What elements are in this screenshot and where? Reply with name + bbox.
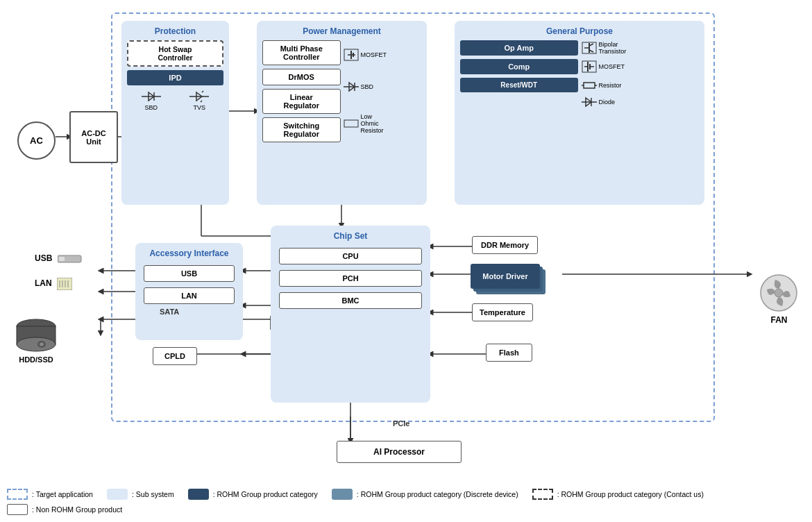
accessory-interface-subsystem: Accessory Interface USB LAN: [135, 243, 243, 340]
acdc-unit: AC-DCUnit: [69, 111, 118, 163]
sata-label: SATA: [160, 308, 179, 316]
sbd-tvs-row: SBD TVS: [127, 89, 223, 111]
pm-right: MOSFET SBD LowOhmicResistor: [344, 40, 422, 142]
hdd-label: HDD/SSD: [15, 355, 57, 364]
fan-area: FAN: [760, 274, 798, 325]
tvs-label: TVS: [193, 104, 205, 111]
lan-icon: [57, 278, 72, 290]
resistor-symbol: Resistor: [582, 79, 700, 92]
svg-rect-50: [584, 83, 595, 88]
hot-swap-controller: Hot SwapController: [127, 40, 223, 67]
cpld-box: CPLD: [153, 347, 197, 365]
lan-left-label: LAN: [35, 278, 72, 290]
low-ohmic-symbol: LowOhmicResistor: [344, 113, 422, 134]
sbd-label: SBD: [144, 104, 158, 111]
ddr-label: DDR Memory: [481, 241, 529, 249]
flash-box: Flash: [486, 344, 532, 362]
linear-regulator-box: LinearRegulator: [262, 89, 341, 114]
legend-rohm-contact-icon: [532, 489, 553, 500]
svg-rect-57: [59, 257, 65, 261]
cpld-label: CPLD: [164, 352, 185, 360]
gp-mosfet-symbol: MOSFET: [582, 60, 700, 73]
op-amp-box: Op Amp: [460, 40, 578, 56]
ipd-box: IPD: [127, 70, 223, 85]
temperature-box: Temperature: [472, 303, 533, 321]
legend-rohm-discrete-icon: [332, 489, 353, 500]
protection-title: Protection: [127, 26, 223, 36]
legend-area: : Target application : Sub system : ROHM…: [7, 489, 805, 515]
resistor-label: Resistor: [599, 82, 622, 89]
mosfet-label: MOSFET: [361, 51, 387, 58]
legend-rohm-icon: [188, 489, 209, 500]
legend-rohm-label: : ROHM Group product category: [213, 490, 318, 498]
pcie-label: PCIe: [393, 419, 409, 428]
ac-source: AC: [17, 121, 56, 160]
legend-subsystem: : Sub system: [107, 489, 174, 500]
accessory-title: Accessory Interface: [141, 249, 237, 258]
lan-text: LAN: [35, 278, 52, 288]
chip-set-title: Chip Set: [276, 231, 425, 241]
ai-processor-box: AI Processor: [337, 441, 462, 463]
legend-target: : Target application: [7, 489, 93, 500]
legend-subsystem-icon: [107, 489, 128, 500]
fan-label: FAN: [760, 315, 798, 325]
usb-left-label: USB: [35, 253, 82, 264]
motor-driver-container: Motor Driver: [471, 264, 550, 298]
legend-non-rohm-label: : Non ROHM Group product: [32, 505, 122, 514]
svg-point-65: [17, 337, 56, 351]
bipolar-transistor-symbol: BipolarTransistor: [582, 41, 700, 55]
diode-symbol: Diode: [582, 96, 700, 108]
flash-label: Flash: [499, 348, 519, 357]
chip-set-subsystem: Chip Set CPU PCH BMC: [271, 226, 430, 403]
usb-text: USB: [35, 253, 52, 263]
pch-box: PCH: [279, 270, 422, 287]
pm-grid: Multi PhaseController DrMOS LinearRegula…: [262, 40, 421, 142]
mosfet-symbol: MOSFET: [344, 49, 422, 61]
accessory-items: USB LAN: [141, 262, 237, 307]
pcie-text: PCIe: [393, 419, 409, 428]
chip-set-items: CPU PCH BMC: [276, 245, 425, 312]
ac-label: AC: [30, 135, 43, 146]
svg-point-67: [40, 343, 44, 346]
legend-rohm-contact: : ROHM Group product category (Contact u…: [532, 489, 704, 500]
sata-text: SATA: [160, 308, 179, 316]
ddr-memory-box: DDR Memory: [472, 236, 538, 254]
legend-subsystem-label: : Sub system: [132, 490, 174, 498]
ai-processor-label: AI Processor: [373, 447, 425, 457]
bmc-box: BMC: [279, 292, 422, 309]
legend-rohm-discrete-label: : ROHM Group product category (Discrete …: [357, 490, 518, 498]
general-purpose-subsystem: General Purpose Op Amp BipolarTransistor…: [455, 21, 704, 205]
sbd-pm-label: SBD: [361, 83, 374, 90]
legend-target-icon: [7, 489, 28, 500]
svg-point-69: [775, 289, 783, 297]
hdd-icon: [15, 318, 57, 353]
hot-swap-label: Hot SwapController: [158, 45, 192, 62]
svg-rect-58: [57, 278, 72, 290]
legend-target-label: : Target application: [32, 490, 93, 498]
multi-phase-controller: Multi PhaseController: [262, 40, 341, 65]
usb-icon: [58, 254, 82, 264]
low-ohmic-label: LowOhmicResistor: [361, 113, 384, 134]
temperature-label: Temperature: [480, 308, 525, 317]
legend-rohm-discrete: : ROHM Group product category (Discrete …: [332, 489, 518, 500]
diagram-container: AC AC-DCUnit Protection Hot SwapControll…: [0, 0, 812, 522]
motor-driver-box: Motor Driver: [471, 264, 540, 289]
legend-non-rohm: : Non ROHM Group product: [7, 504, 122, 515]
bipolar-transistor-label: BipolarTransistor: [599, 41, 627, 55]
acdc-label: AC-DCUnit: [81, 129, 105, 146]
switching-regulator-box: SwitchingRegulator: [262, 117, 341, 142]
tvs-symbol: TVS: [189, 89, 209, 111]
gp-grid: Op Amp BipolarTransistor Comp: [460, 40, 699, 108]
cpu-box: CPU: [279, 248, 422, 264]
comp-box: Comp: [460, 59, 578, 74]
power-management-subsystem: Power Management Multi PhaseController D…: [257, 21, 427, 205]
gp-mosfet-label: MOSFET: [599, 63, 625, 70]
legend-rohm: : ROHM Group product category: [188, 489, 318, 500]
sbd-pm-symbol: SBD: [344, 81, 422, 93]
fan-icon: [760, 274, 798, 312]
pm-left: Multi PhaseController DrMOS LinearRegula…: [262, 40, 341, 142]
svg-rect-39: [344, 120, 358, 127]
legend-rohm-contact-label: : ROHM Group product category (Contact u…: [557, 490, 704, 498]
usb-box: USB: [144, 265, 235, 282]
gp-title: General Purpose: [460, 26, 699, 36]
